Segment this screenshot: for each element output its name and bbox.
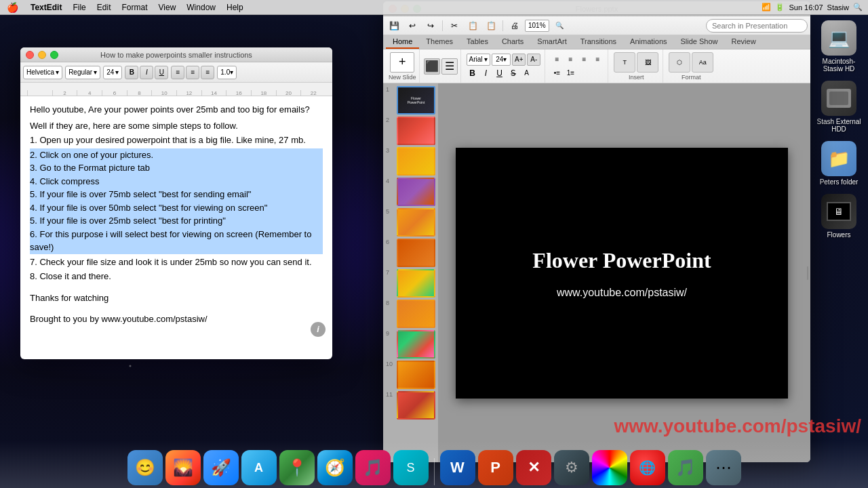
align-center-btn2[interactable]: ≡ — [564, 54, 576, 66]
slide-thumb-2[interactable]: 2 — [386, 117, 435, 145]
ppt-copy-btn[interactable]: 📋 — [465, 18, 481, 34]
slide-thumb-7[interactable]: 7 — [386, 269, 435, 298]
dock-finder[interactable]: 😊 — [127, 450, 163, 485]
app-name[interactable]: TextEdit — [25, 3, 67, 12]
tab-slideshow[interactable]: Slide Show — [674, 35, 725, 49]
ppt-paste-btn[interactable]: 📋 — [483, 18, 499, 34]
ppt-save-btn[interactable]: 💾 — [386, 18, 402, 34]
underline-button[interactable]: U — [155, 66, 168, 79]
info-bubble[interactable]: i — [311, 322, 326, 337]
ppt-slides-panel[interactable]: 1 FlowerPowerPoint 2 3 4 5 — [383, 83, 439, 462]
font-increase-btn[interactable]: A+ — [512, 54, 526, 66]
slide-thumb-3[interactable]: 3 — [386, 147, 435, 176]
justify-btn[interactable]: ≡ — [591, 54, 604, 66]
font-size-dropdown[interactable]: 24▾ — [103, 66, 122, 79]
insert-text-btn[interactable]: T — [614, 52, 635, 73]
ppt-active-slide[interactable]: Flower PowerPoint www.youtube.com/pstasi… — [456, 148, 788, 399]
ppt-print-btn[interactable]: 🖨 — [507, 18, 523, 34]
minimize-button[interactable] — [38, 51, 46, 59]
underline-btn[interactable]: U — [494, 67, 506, 79]
close-button[interactable] — [26, 51, 34, 59]
tab-themes[interactable]: Themes — [419, 35, 460, 49]
slide-thumb-6[interactable]: 6 — [386, 239, 435, 267]
font-style-dropdown[interactable]: Regular▾ — [65, 66, 100, 79]
dock-skype[interactable]: S — [393, 450, 429, 485]
dock-globe-app[interactable]: 🌐 — [630, 450, 665, 485]
slide-thumb-11[interactable]: 11 — [386, 391, 435, 420]
desktop-icon-peters-folder[interactable]: 📁 Peters folder — [815, 141, 863, 186]
bold-btn[interactable]: B — [467, 67, 479, 79]
help-menu[interactable]: Help — [221, 3, 249, 12]
tab-review[interactable]: Review — [725, 35, 763, 49]
dock-system-prefs[interactable]: ⚙ — [554, 450, 589, 485]
dock-launchpad[interactable]: 🚀 — [203, 450, 239, 485]
new-slide-button[interactable]: + — [390, 52, 414, 73]
insert-picture-btn[interactable]: 🖼 — [637, 52, 658, 73]
strikethrough-btn[interactable]: S̶ — [507, 67, 519, 79]
desktop-icon-stash-hdd[interactable]: Stash External HDD — [815, 81, 863, 133]
color-btn[interactable]: A — [521, 67, 533, 79]
ppt-cut-btn[interactable]: ✂ — [446, 18, 462, 34]
slide-thumb-10[interactable]: 10 — [386, 361, 435, 389]
quick-styles-btn[interactable]: Aa — [692, 52, 713, 73]
font-row1: Arial ▾ 24▾ A+ A- — [467, 54, 541, 66]
dock-safari[interactable]: 🧭 — [317, 450, 353, 485]
dock-cross-app[interactable]: ✕ — [516, 450, 551, 485]
align-left-btn[interactable]: ≡ — [551, 54, 563, 66]
textedit-text-area[interactable]: Hello youtube, Are your power points ove… — [20, 96, 332, 344]
font-family-dropdown[interactable]: Helvetica▾ — [23, 66, 62, 79]
arrange-btn[interactable]: ⬡ — [669, 52, 690, 73]
align-left-button[interactable]: ≡ — [171, 66, 184, 79]
italic-button[interactable]: I — [140, 66, 153, 79]
apple-menu[interactable]: 🍎 — [0, 2, 25, 13]
tab-transitions[interactable]: Transitions — [574, 35, 623, 49]
dock-itunes[interactable]: 🎵 — [355, 450, 391, 485]
outline-view-btn[interactable]: ☰ — [441, 58, 458, 75]
slide-thumb-9[interactable]: 9 — [386, 330, 435, 359]
font-decrease-btn[interactable]: A- — [527, 54, 540, 66]
dock-word[interactable]: W — [440, 450, 475, 485]
tab-tables[interactable]: Tables — [460, 35, 495, 49]
ppt-redo-btn[interactable]: ↪ — [422, 18, 439, 34]
dock-color-picker[interactable] — [592, 450, 627, 485]
bullet-btn[interactable]: •≡ — [551, 67, 563, 79]
bold-button[interactable]: B — [125, 66, 138, 79]
dock-powerpoint[interactable]: P — [478, 450, 513, 485]
desktop-icon-macintosh[interactable]: 💻 Macintosh-Stasiw HD — [815, 20, 863, 73]
tab-smartart[interactable]: SmartArt — [530, 35, 573, 49]
align-right-btn[interactable]: ≡ — [578, 54, 590, 66]
dock-music-app[interactable]: 🎵 — [668, 450, 703, 485]
slide-thumb-8[interactable]: 8 — [386, 300, 435, 328]
resize-handle[interactable] — [805, 83, 810, 462]
tab-home[interactable]: Home — [386, 35, 419, 49]
edit-menu[interactable]: Edit — [92, 3, 117, 12]
dock-misc-app[interactable]: ⋯ — [706, 450, 741, 485]
normal-view-btn[interactable]: ⬛ — [424, 58, 440, 75]
maximize-button[interactable] — [50, 51, 58, 59]
slide-thumb-4[interactable]: 4 — [386, 178, 435, 206]
file-menu[interactable]: File — [67, 3, 91, 12]
italic-btn[interactable]: I — [480, 67, 492, 79]
desktop-icons: 💻 Macintosh-Stasiw HD Stash External HDD… — [815, 20, 863, 239]
desktop-icon-flowers[interactable]: 🖥 Flowers — [815, 194, 863, 239]
slide-thumb-5[interactable]: 5 — [386, 208, 435, 237]
align-right-button[interactable]: ≡ — [201, 66, 214, 79]
align-center-button[interactable]: ≡ — [186, 66, 199, 79]
ppt-undo-btn[interactable]: ↩ — [404, 18, 420, 34]
view-menu[interactable]: View — [153, 3, 182, 12]
zoom-btn[interactable]: 🔍 — [551, 18, 568, 34]
font-name-dropdown[interactable]: Arial ▾ — [467, 54, 491, 66]
font-size-dropdown[interactable]: 24▾ — [492, 54, 511, 66]
dock-photos[interactable]: 🌄 — [165, 450, 201, 485]
tab-animations[interactable]: Animations — [623, 35, 673, 49]
tab-charts[interactable]: Charts — [495, 35, 530, 49]
dock-maps[interactable]: 📍 — [279, 450, 315, 485]
slide-thumb-1[interactable]: 1 FlowerPowerPoint — [386, 86, 435, 115]
dock-appstore[interactable]: A — [241, 450, 277, 485]
search-input[interactable] — [706, 19, 808, 33]
format-menu[interactable]: Format — [116, 3, 153, 12]
number-list-btn[interactable]: 1≡ — [564, 67, 576, 79]
line-spacing-dropdown[interactable]: 1.0▾ — [217, 66, 237, 79]
window-menu[interactable]: Window — [181, 3, 221, 12]
search-icon[interactable]: 🔍 — [853, 3, 863, 12]
